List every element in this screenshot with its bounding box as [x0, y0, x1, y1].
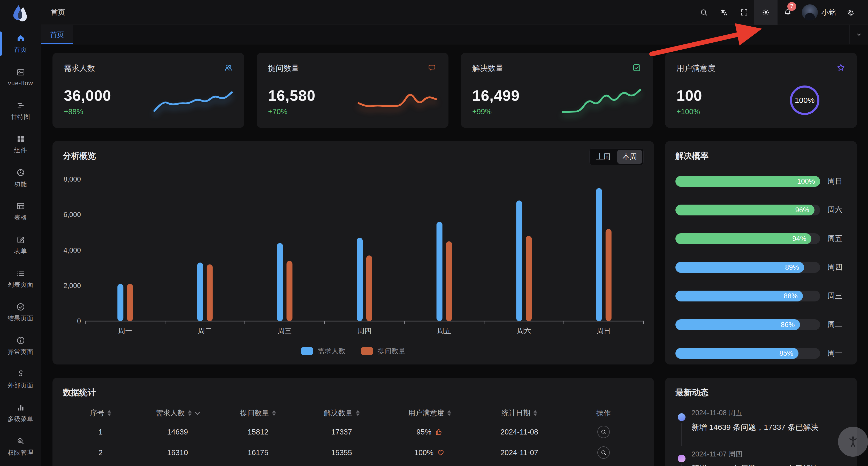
svg-text:4,000: 4,000 [63, 246, 81, 254]
sidebar-item-label: 表单 [14, 247, 27, 255]
svg-text:周二: 周二 [198, 327, 212, 335]
table-header-2[interactable]: 提问数量 [217, 408, 299, 418]
stat-card-value: 100 [677, 87, 702, 104]
activity-item: 2024-11-08 周五 新增 14639 条问题，17337 条已解决 [675, 404, 850, 446]
progress-fill: 86% [675, 319, 800, 330]
solve-rate-row: 86% 周二 [675, 319, 847, 330]
filter-chevron-icon[interactable] [195, 410, 200, 415]
table-header-1[interactable]: 需求人数 [138, 408, 217, 418]
progress-value: 94% [792, 233, 806, 244]
external-icon [16, 369, 25, 379]
progress-value: 86% [781, 319, 795, 330]
table-header-row: 序号需求人数提问数量解决数量用户满意度统计日期操作 [63, 404, 644, 422]
table-header-6[interactable]: 操作 [563, 408, 644, 418]
toggle-last-week[interactable]: 上周 [591, 150, 616, 164]
breadcrumb[interactable]: 首页 [51, 7, 65, 17]
progress-value: 85% [779, 348, 793, 359]
progress-day-label: 周一 [828, 348, 847, 359]
progress-value: 96% [795, 205, 809, 215]
view-row-button[interactable] [597, 446, 610, 459]
solve-rate-row: 85% 周一 [675, 348, 847, 359]
tab-list-dropdown-button[interactable] [849, 25, 868, 44]
solve-rate-row: 96% 周六 [675, 205, 847, 215]
magnifier-icon [600, 450, 607, 456]
panel-title: 解决概率 [675, 151, 709, 162]
sidebar-item-10[interactable]: 外部页面 [0, 363, 41, 396]
legend-label: 需求人数 [318, 346, 346, 356]
sidebar-item-label: 多级菜单 [8, 415, 34, 423]
translate-button[interactable] [714, 0, 734, 25]
stat-card: 解决数量 16,499 +99% [461, 53, 653, 128]
activity-date: 2024-11-07 周四 [691, 450, 850, 459]
accessibility-helper-button[interactable] [838, 427, 868, 457]
cell-satisfaction: 95% [384, 428, 475, 436]
sidebar-item-label: 外部页面 [8, 381, 34, 390]
fullscreen-icon [740, 8, 748, 16]
sidebar-item-1[interactable]: vue-flow [0, 61, 41, 94]
cell-demand: 14639 [138, 428, 217, 436]
form-icon [16, 235, 25, 244]
user-menu[interactable]: 小铭 [798, 0, 840, 25]
sidebar-item-12[interactable]: 权限管理 [0, 430, 41, 463]
main-content: 需求人数 36,000 +88% 提问数量 16,580 +70% 解决数量 1… [41, 44, 868, 466]
svg-text:周三: 周三 [278, 327, 291, 335]
table-header-4[interactable]: 用户满意度 [384, 408, 475, 418]
tab-label: 首页 [50, 30, 64, 39]
progress-value: 100% [797, 176, 815, 187]
svg-text:周一: 周一 [118, 327, 132, 335]
sidebar-item-3[interactable]: 组件 [0, 128, 41, 161]
sidebar-item-2[interactable]: 甘特图 [0, 94, 41, 128]
sort-caret[interactable] [272, 410, 276, 416]
sidebar-item-5[interactable]: 表格 [0, 195, 41, 228]
cell-date: 2024-11-08 [475, 428, 563, 436]
sidebar-item-8[interactable]: 结果页面 [0, 296, 41, 329]
username: 小铭 [822, 7, 836, 17]
panel-title: 分析概览 [63, 151, 96, 162]
toggle-this-week[interactable]: 本周 [617, 150, 642, 164]
sidebar-item-9[interactable]: 异常页面 [0, 329, 41, 363]
table-header-5[interactable]: 统计日期 [475, 408, 563, 418]
legend-item[interactable]: 需求人数 [301, 346, 346, 356]
app-logo-icon[interactable] [11, 5, 31, 25]
notifications-button[interactable]: 7 [778, 0, 798, 25]
trend-sparkline [154, 87, 232, 115]
table-header-0[interactable]: 序号 [63, 408, 138, 418]
theme-toggle-button[interactable] [754, 0, 778, 25]
sidebar-item-label: 列表页面 [8, 280, 34, 289]
stat-card: 用户满意度 100 +100% 100% [665, 53, 857, 128]
settings-button[interactable] [840, 0, 860, 25]
sidebar-item-6[interactable]: 表单 [0, 228, 41, 262]
legend-item[interactable]: 提问数量 [361, 346, 406, 356]
statistics-table: 序号需求人数提问数量解决数量用户满意度统计日期操作 1 14639 15812 … [63, 404, 644, 463]
avatar [802, 4, 818, 21]
sidebar-menu: 首页 vue-flow 甘特图 组件 功能 表格 表单 列表页面 结果页面 [0, 27, 41, 463]
svg-text:8,000: 8,000 [63, 175, 81, 183]
tab-home[interactable]: 首页 [41, 25, 73, 44]
sort-caret[interactable] [533, 410, 537, 416]
table-header-3[interactable]: 解决数量 [299, 408, 384, 418]
progress-fill: 88% [675, 291, 803, 301]
sort-caret[interactable] [188, 410, 191, 416]
sidebar-item-11[interactable]: 多级菜单 [0, 396, 41, 430]
sidebar-item-0[interactable]: 首页 [0, 27, 41, 61]
sort-caret[interactable] [356, 410, 360, 416]
sort-caret[interactable] [447, 410, 451, 416]
solve-rate-row: 88% 周三 [675, 291, 847, 301]
fullscreen-button[interactable] [734, 0, 754, 25]
sort-caret[interactable] [107, 410, 111, 416]
star-icon [836, 63, 845, 72]
svg-text:6,000: 6,000 [63, 211, 81, 219]
chart-legend: 需求人数 提问数量 [53, 346, 654, 356]
progress-fill: 85% [675, 348, 799, 359]
timeline-dot [678, 455, 685, 462]
analysis-overview-panel: 分析概览 上周 本周 02,0004,0006,0008,000周一周二周三周四… [53, 141, 654, 364]
progress-fill: 89% [675, 262, 804, 273]
search-button[interactable] [694, 0, 714, 25]
sidebar-item-7[interactable]: 列表页面 [0, 262, 41, 296]
svg-text:周日: 周日 [597, 327, 611, 335]
sidebar-item-4[interactable]: 功能 [0, 161, 41, 195]
view-row-button[interactable] [597, 426, 610, 438]
solve-rate-row: 94% 周五 [675, 233, 847, 244]
progress-fill: 94% [675, 233, 811, 244]
sidebar: 首页 vue-flow 甘特图 组件 功能 表格 表单 列表页面 结果页面 [0, 0, 41, 466]
